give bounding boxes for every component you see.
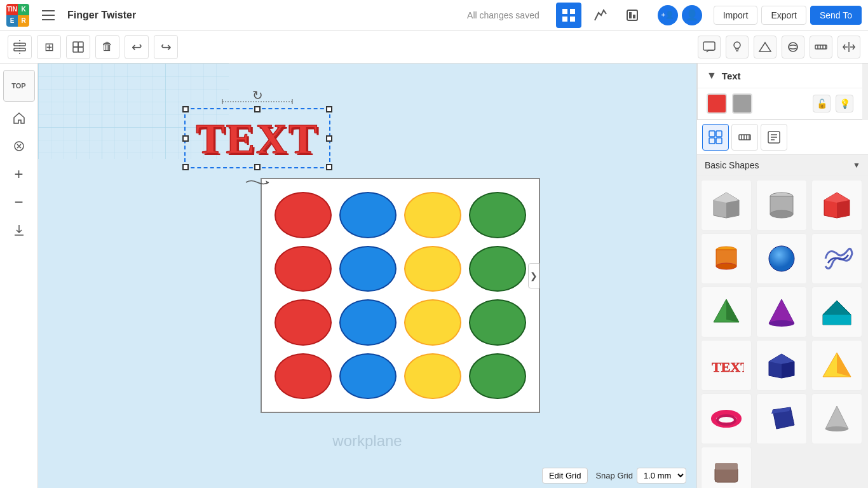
shape-placeholder[interactable] xyxy=(701,447,752,488)
shape-scribble[interactable] xyxy=(811,233,862,284)
svg-marker-19 xyxy=(759,43,771,51)
dot-r1c2 xyxy=(339,192,397,238)
dot-r3c3 xyxy=(404,299,461,346)
undo-btn[interactable]: ↩ xyxy=(125,35,149,59)
shapes-grid-tab[interactable] xyxy=(702,124,729,151)
text-shape-selected[interactable]: TEXT ↻ xyxy=(184,108,330,168)
svg-marker-73 xyxy=(782,362,794,378)
shape-purple-cone[interactable] xyxy=(756,287,807,337)
plane-btn[interactable] xyxy=(754,36,776,58)
lock-icon-btn[interactable]: 🔓 xyxy=(813,95,831,112)
canvas-area[interactable]: TEXT ↻ workplane Edit Grid Snap Grid 1.0… xyxy=(38,64,696,488)
hamburger-menu[interactable] xyxy=(36,3,61,28)
shapes-ruler-tab[interactable] xyxy=(731,124,758,151)
svg-rect-13 xyxy=(73,42,78,47)
handle-bl[interactable] xyxy=(182,164,189,170)
dot-r2c4 xyxy=(469,246,526,292)
snap-grid-select[interactable]: 1.0 mm 0.5 mm 0.1 mm xyxy=(637,468,686,484)
import-btn[interactable]: Import xyxy=(714,6,758,25)
shape-navy-box-2[interactable] xyxy=(756,393,807,444)
bulb-icon-btn[interactable]: 💡 xyxy=(836,95,853,112)
color-icons: 🔓 💡 xyxy=(813,95,853,112)
svg-rect-3 xyxy=(562,9,567,14)
svg-rect-39 xyxy=(709,138,715,144)
build-btn[interactable] xyxy=(588,3,613,28)
svg-marker-67 xyxy=(823,301,851,315)
handle-tl[interactable] xyxy=(182,106,189,112)
svg-rect-15 xyxy=(73,47,78,52)
shape-navy-box[interactable] xyxy=(756,340,807,391)
comment-btn[interactable] xyxy=(698,36,721,58)
color-swatch-gray[interactable] xyxy=(732,93,752,114)
shapes-grid: TEXT xyxy=(697,176,868,488)
export-btn[interactable]: Export xyxy=(761,6,806,25)
delete-btn[interactable]: 🗑 xyxy=(95,35,119,59)
home-btn[interactable] xyxy=(8,107,31,130)
shape-orange-cylinder[interactable] xyxy=(701,233,752,284)
svg-rect-14 xyxy=(78,42,83,47)
logo[interactable]: TIN K E R xyxy=(6,4,29,27)
dot-r4c1 xyxy=(275,353,332,400)
circles-grid xyxy=(262,179,539,412)
svg-marker-52 xyxy=(726,200,739,218)
workplane[interactable]: TEXT ↻ xyxy=(172,76,546,488)
svg-rect-16 xyxy=(78,47,83,52)
props-chevron-left[interactable]: ▼ xyxy=(707,70,717,81)
flip-arrows[interactable] xyxy=(245,178,270,187)
shape-green-pyramid[interactable] xyxy=(701,287,752,337)
svg-rect-5 xyxy=(562,17,567,22)
app-title: Finger Twister xyxy=(67,10,461,21)
svg-point-18 xyxy=(734,42,740,48)
shape-gray-box[interactable] xyxy=(701,180,752,231)
mirror-btn[interactable] xyxy=(837,36,860,58)
handle-ml[interactable] xyxy=(182,135,189,142)
copy-btn[interactable]: ⊞ xyxy=(37,35,61,59)
svg-rect-17 xyxy=(703,42,715,50)
shape-teal-roof[interactable] xyxy=(811,287,862,337)
shape-gray-cone[interactable] xyxy=(811,393,862,444)
dropdown-chevron-icon: ▼ xyxy=(853,161,860,170)
view-cube[interactable]: TOP xyxy=(3,70,35,102)
panel-collapse-btn[interactable]: ❯ xyxy=(528,263,539,288)
shape-red-box[interactable] xyxy=(811,180,862,231)
ruler-btn[interactable] xyxy=(810,36,832,58)
grid-view-btn[interactable] xyxy=(556,3,581,28)
chevron-right-icon: ❯ xyxy=(530,271,538,281)
handle-br[interactable] xyxy=(326,164,332,170)
shape-pink-torus[interactable] xyxy=(701,393,752,444)
handle-mr[interactable] xyxy=(326,135,332,142)
shape-gray-cylinder[interactable] xyxy=(756,180,807,231)
align-btn[interactable] xyxy=(8,35,32,59)
sphere-tool-btn[interactable] xyxy=(782,36,804,58)
add-user-btn[interactable]: +👤 xyxy=(658,5,678,25)
shape-text-3d[interactable]: TEXT xyxy=(701,340,752,391)
handle-bm[interactable] xyxy=(254,164,261,170)
shape-yellow-pyramid[interactable] xyxy=(811,340,862,391)
rotate-arrow[interactable]: ↻ xyxy=(252,88,263,103)
svg-marker-58 xyxy=(837,200,850,218)
user-avatar-btn[interactable]: 👤 xyxy=(682,5,702,25)
shapes-dropdown[interactable]: Basic Shapes Featured Text Connectors ▼ xyxy=(697,155,868,176)
shapes-note-tab[interactable] xyxy=(761,124,787,151)
user-icons: +👤 👤 xyxy=(658,5,702,25)
send-to-btn[interactable]: Send To xyxy=(810,6,862,25)
handle-tm[interactable] xyxy=(254,106,261,112)
zoom-out-btn[interactable]: − xyxy=(8,191,31,214)
light-btn[interactable] xyxy=(726,36,749,58)
bottom-bar: Edit Grid Snap Grid 1.0 mm 0.5 mm 0.1 mm xyxy=(38,463,696,488)
download-btn[interactable] xyxy=(8,219,31,241)
fit-btn[interactable] xyxy=(8,135,31,158)
color-swatch-red[interactable] xyxy=(707,93,727,114)
redo-btn[interactable]: ↪ xyxy=(154,35,178,59)
sim-btn[interactable] xyxy=(620,3,645,28)
snap-grid-label: Snap Grid xyxy=(595,471,633,480)
svg-rect-8 xyxy=(629,12,632,18)
shape-blue-sphere[interactable] xyxy=(756,233,807,284)
text-3d-shape: TEXT xyxy=(196,113,318,163)
zoom-in-btn[interactable]: + xyxy=(8,163,31,186)
shapes-select[interactable]: Basic Shapes Featured Text Connectors xyxy=(705,160,853,170)
handle-tr[interactable] xyxy=(326,106,332,112)
edit-grid-btn[interactable]: Edit Grid xyxy=(542,468,588,484)
props-header: ▼ Text xyxy=(698,64,862,88)
group-btn[interactable] xyxy=(66,35,90,59)
